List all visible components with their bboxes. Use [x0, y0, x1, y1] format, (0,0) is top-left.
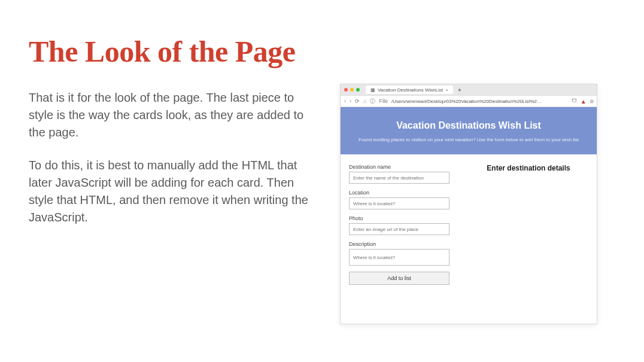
paragraph-1: That is it for the look of the page. The…: [29, 89, 316, 141]
page-body: Destination name Location Photo: [341, 154, 597, 294]
destination-input[interactable]: [349, 172, 449, 184]
hero-title: Vacation Destinations Wish List: [350, 120, 587, 131]
content-column: The Look of the Page That is it for the …: [29, 36, 316, 324]
address-bar: ‹ › ⟳ ⌂ ⓘ File /Users/wmmead/Desktop/03%…: [341, 95, 597, 107]
shield-icon[interactable]: ⛉: [572, 98, 577, 104]
description-input[interactable]: [349, 249, 449, 266]
photo-input[interactable]: [349, 223, 449, 235]
screenshot-column: ▦ Vacation Destinations WishList × + ‹ ›…: [340, 36, 597, 324]
reload-icon[interactable]: ⟳: [355, 98, 360, 104]
minimize-window-icon[interactable]: [350, 88, 354, 92]
details-column: Enter destination details: [469, 164, 588, 285]
browser-window: ▦ Vacation Destinations WishList × + ‹ ›…: [340, 84, 597, 324]
destination-label: Destination name: [349, 164, 457, 170]
hero-banner: Vacation Destinations Wish List Found ex…: [341, 107, 597, 154]
field-description: Description: [349, 241, 457, 266]
url-field[interactable]: /Users/wmmead/Desktop/03%20Vacation%20De…: [391, 99, 568, 104]
page-content: Vacation Destinations Wish List Found ex…: [341, 107, 597, 324]
photo-label: Photo: [349, 215, 457, 221]
form-column: Destination name Location Photo: [349, 164, 457, 285]
paragraph-2: To do this, it is best to manually add t…: [29, 157, 316, 226]
close-window-icon[interactable]: [344, 88, 348, 92]
tab-strip: ▦ Vacation Destinations WishList × +: [341, 84, 597, 95]
nav-forward-icon[interactable]: ›: [350, 98, 351, 104]
window-controls[interactable]: [344, 88, 360, 92]
new-tab-button[interactable]: +: [458, 87, 461, 93]
tab-title: Vacation Destinations WishList: [378, 87, 443, 93]
location-label: Location: [349, 190, 457, 196]
nav-back-icon[interactable]: ‹: [344, 98, 346, 104]
browser-tab[interactable]: ▦ Vacation Destinations WishList ×: [366, 86, 453, 94]
maximize-window-icon[interactable]: [356, 88, 360, 92]
field-photo: Photo: [349, 215, 457, 235]
slide-headline: The Look of the Page: [29, 36, 316, 68]
add-to-list-button[interactable]: Add to list: [349, 272, 449, 285]
hero-subtitle: Found exciting places to visition on you…: [350, 137, 587, 142]
location-input[interactable]: [349, 197, 449, 209]
home-icon[interactable]: ⌂: [363, 98, 366, 104]
description-label: Description: [349, 241, 457, 247]
site-info-icon[interactable]: ⓘ: [370, 98, 375, 105]
tab-close-icon[interactable]: ×: [445, 87, 448, 93]
slide: The Look of the Page That is it for the …: [0, 0, 644, 348]
field-location: Location: [349, 190, 457, 209]
warning-icon[interactable]: ▲: [581, 98, 587, 105]
hamburger-menu-icon[interactable]: ≡: [590, 98, 593, 105]
field-destination: Destination name: [349, 164, 457, 184]
url-scheme: File: [379, 98, 388, 104]
tab-favicon: ▦: [370, 87, 375, 93]
details-heading: Enter destination details: [469, 164, 588, 172]
